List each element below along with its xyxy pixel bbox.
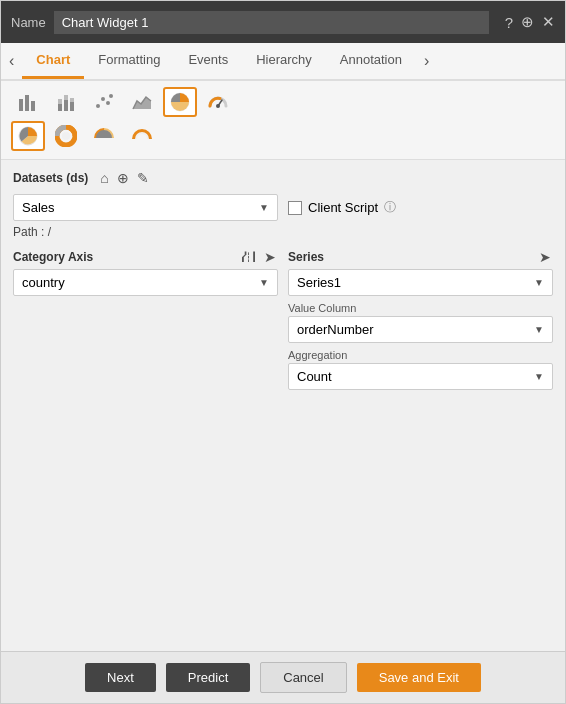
category-axis-hierarchy-icon[interactable]: ⛙: [240, 249, 258, 265]
header-icons: ? ⊕ ✕: [505, 13, 555, 31]
tab-hierarchy[interactable]: Hierarchy: [242, 43, 326, 79]
tab-annotation[interactable]: Annotation: [326, 43, 416, 79]
chart-type-row-1: [11, 87, 555, 117]
series-arrow-icon[interactable]: ➤: [537, 249, 553, 265]
widget-container: Name ? ⊕ ✕ ‹ Chart Formatting Events Hie…: [0, 0, 566, 704]
svg-rect-7: [70, 102, 74, 111]
tab-chart[interactable]: Chart: [22, 43, 84, 79]
series-dropdown-arrow: ▼: [534, 277, 544, 288]
datasets-label: Datasets (ds): [13, 171, 88, 185]
chart-type-half-donut[interactable]: [125, 121, 159, 151]
aggregation-dropdown[interactable]: Count ▼: [288, 363, 553, 390]
datasets-dropdown[interactable]: Sales ▼: [13, 194, 278, 221]
category-axis-col: Category Axis ⛙ ➤ country ▼: [13, 249, 278, 390]
svg-rect-4: [58, 99, 62, 104]
client-script-row: Client Script ⓘ: [288, 194, 553, 221]
name-label: Name: [11, 15, 46, 30]
aggregation-field: Aggregation Count ▼: [288, 349, 553, 390]
aggregation-value: Count: [297, 369, 332, 384]
datasets-left: Sales ▼ Path : /: [13, 194, 278, 239]
content: Datasets (ds) ⌂ ⊕ ✎ Sales ▼ Path : /: [1, 160, 565, 651]
svg-point-9: [96, 104, 100, 108]
tab-formatting[interactable]: Formatting: [84, 43, 174, 79]
svg-rect-6: [64, 95, 68, 100]
svg-point-18: [62, 132, 70, 140]
category-axis-icons: ⛙ ➤: [240, 249, 278, 265]
chart-type-stacked-bar[interactable]: [49, 87, 83, 117]
chart-type-area[interactable]: [125, 87, 159, 117]
value-column-value: orderNumber: [297, 322, 374, 337]
svg-rect-3: [58, 104, 62, 111]
datasets-value: Sales: [22, 200, 55, 215]
svg-rect-5: [64, 100, 68, 111]
value-column-field: Value Column orderNumber ▼: [288, 302, 553, 343]
svg-rect-0: [19, 99, 23, 111]
category-axis-dropdown-arrow: ▼: [259, 277, 269, 288]
svg-point-10: [101, 97, 105, 101]
series-value: Series1: [297, 275, 341, 290]
category-axis-dropdown[interactable]: country ▼: [13, 269, 278, 296]
svg-point-15: [216, 104, 220, 108]
tab-events[interactable]: Events: [174, 43, 242, 79]
series-header: Series ➤: [288, 249, 553, 265]
chart-type-bar[interactable]: [11, 87, 45, 117]
client-script-checkbox[interactable]: [288, 201, 302, 215]
category-axis-label: Category Axis: [13, 250, 93, 264]
series-label: Series: [288, 250, 324, 264]
chart-type-half-pie[interactable]: [87, 121, 121, 151]
move-icon[interactable]: ⊕: [521, 13, 534, 31]
cancel-button[interactable]: Cancel: [260, 662, 346, 693]
tab-nav-left[interactable]: ‹: [1, 43, 22, 79]
datasets-row: Sales ▼ Path : / Client Script ⓘ: [13, 194, 553, 239]
aggregation-dropdown-arrow: ▼: [534, 371, 544, 382]
datasets-right: Client Script ⓘ: [288, 194, 553, 239]
path-value: /: [48, 225, 51, 239]
help-icon[interactable]: ?: [505, 14, 513, 31]
header: Name ? ⊕ ✕: [1, 1, 565, 43]
svg-point-11: [106, 101, 110, 105]
value-column-dropdown[interactable]: orderNumber ▼: [288, 316, 553, 343]
category-axis-value: country: [22, 275, 65, 290]
chart-type-scatter[interactable]: [87, 87, 121, 117]
value-column-label: Value Column: [288, 302, 553, 314]
path-row: Path : /: [13, 225, 278, 239]
chart-type-donut[interactable]: [49, 121, 83, 151]
chart-type-row-2: [11, 121, 555, 151]
chart-type-pie[interactable]: [163, 87, 197, 117]
chart-type-gauge[interactable]: [201, 87, 235, 117]
datasets-add-icon[interactable]: ⊕: [115, 170, 131, 186]
close-icon[interactable]: ✕: [542, 13, 555, 31]
save-exit-button[interactable]: Save and Exit: [357, 663, 481, 692]
chart-type-pie-full[interactable]: [11, 121, 45, 151]
category-axis-arrow-icon[interactable]: ➤: [262, 249, 278, 265]
name-input[interactable]: [54, 11, 489, 34]
value-column-dropdown-arrow: ▼: [534, 324, 544, 335]
series-col: Series ➤ Series1 ▼ Value Column orderNum…: [288, 249, 553, 390]
category-axis-header: Category Axis ⛙ ➤: [13, 249, 278, 265]
tab-nav-right[interactable]: ›: [416, 43, 437, 79]
svg-point-12: [109, 94, 113, 98]
datasets-section-header: Datasets (ds) ⌂ ⊕ ✎: [13, 170, 553, 186]
datasets-icons: ⌂ ⊕ ✎: [98, 170, 150, 186]
path-label: Path :: [13, 225, 44, 239]
svg-rect-1: [25, 95, 29, 111]
svg-rect-2: [31, 101, 35, 111]
svg-rect-8: [70, 98, 74, 102]
datasets-home-icon[interactable]: ⌂: [98, 170, 110, 186]
chart-icons-area: [1, 81, 565, 160]
datasets-dropdown-arrow: ▼: [259, 202, 269, 213]
datasets-edit-icon[interactable]: ✎: [135, 170, 151, 186]
predict-button[interactable]: Predict: [166, 663, 250, 692]
aggregation-label: Aggregation: [288, 349, 553, 361]
tabs-bar: ‹ Chart Formatting Events Hierarchy Anno…: [1, 43, 565, 81]
series-dropdown[interactable]: Series1 ▼: [288, 269, 553, 296]
client-script-info-icon: ⓘ: [384, 199, 396, 216]
next-button[interactable]: Next: [85, 663, 156, 692]
footer: Next Predict Cancel Save and Exit: [1, 651, 565, 703]
client-script-label: Client Script: [308, 200, 378, 215]
series-icons: ➤: [537, 249, 553, 265]
axis-series-row: Category Axis ⛙ ➤ country ▼ Series ➤: [13, 249, 553, 390]
